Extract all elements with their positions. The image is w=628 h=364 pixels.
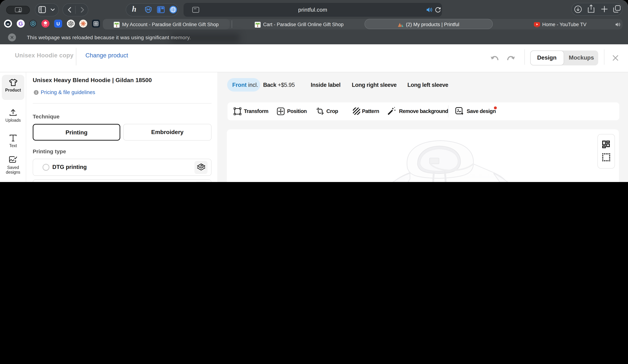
svg-text:m: m xyxy=(6,22,9,26)
svg-text:U: U xyxy=(57,21,60,26)
svg-text:G: G xyxy=(18,20,23,27)
